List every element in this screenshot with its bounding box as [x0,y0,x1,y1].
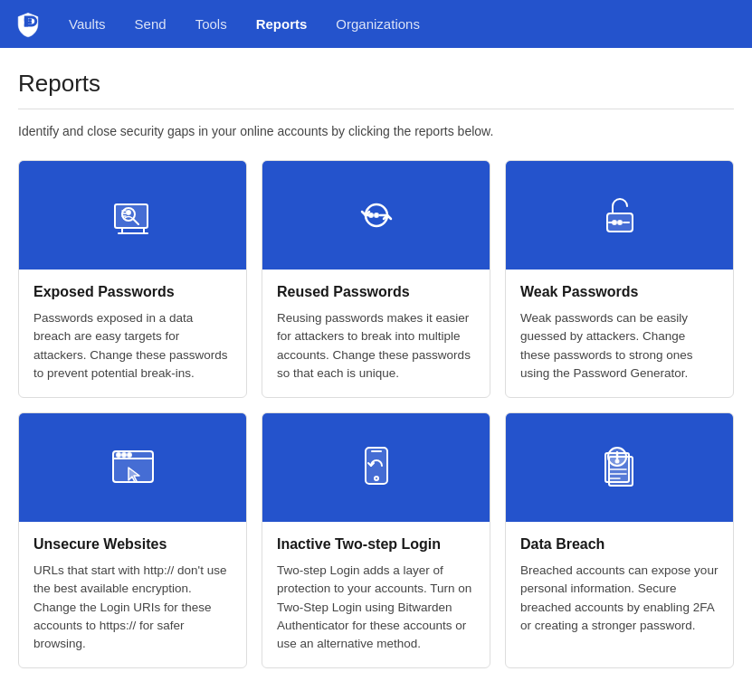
nav-item-send[interactable]: Send [122,11,179,37]
page-title: Reports [18,70,734,109]
nav-item-reports[interactable]: Reports [243,11,320,37]
nav-item-organizations[interactable]: Organizations [323,11,433,37]
svg-rect-1 [24,24,28,26]
inactive-two-step-title: Inactive Two-step Login [277,536,475,553]
weak-passwords-desc: Weak passwords can be easily guessed by … [520,309,719,383]
svg-rect-2 [28,18,32,21]
unsecure-websites-desc: URLs that start with http:// don't use t… [33,562,232,653]
exposed-passwords-icon-area [19,161,246,270]
exposed-passwords-desc: Passwords exposed in a data breach are e… [33,309,232,383]
weak-passwords-body: Weak PasswordsWeak passwords can be easi… [506,270,733,397]
card-weak-passwords[interactable]: Weak PasswordsWeak passwords can be easi… [505,160,734,398]
reports-page: Reports Identify and close security gaps… [0,48,752,700]
svg-point-35 [615,460,618,463]
card-data-breach[interactable]: Data BreachBreached accounts can expose … [505,412,734,668]
reused-passwords-body: Reused PasswordsReusing passwords makes … [262,270,490,397]
exposed-passwords-icon [97,179,169,251]
inactive-two-step-body: Inactive Two-step LoginTwo-step Login ad… [262,522,490,667]
unsecure-websites-icon [97,431,169,504]
nav-items: VaultsSendToolsReportsOrganizations [56,11,433,37]
card-reused-passwords[interactable]: Reused PasswordsReusing passwords makes … [262,160,490,398]
svg-rect-28 [366,448,387,484]
svg-point-15 [375,213,378,217]
data-breach-title: Data Breach [520,536,719,553]
unsecure-websites-body: Unsecure WebsitesURLs that start with ht… [19,522,246,667]
page-subtitle: Identify and close security gaps in your… [18,124,734,138]
unsecure-websites-title: Unsecure Websites [33,536,232,553]
inactive-two-step-icon-area [262,413,490,522]
weak-passwords-title: Weak Passwords [520,284,719,300]
svg-point-26 [122,453,126,457]
nav-item-vaults[interactable]: Vaults [56,11,119,37]
inactive-two-step-icon [340,431,413,504]
reused-passwords-icon-area [262,161,490,270]
data-breach-icon [584,431,656,504]
svg-rect-3 [28,21,32,24]
inactive-two-step-desc: Two-step Login adds a layer of protectio… [277,562,475,653]
svg-point-25 [117,453,120,457]
weak-passwords-icon [584,179,656,251]
svg-point-13 [127,211,130,214]
bitwarden-logo-icon [14,11,42,38]
card-unsecure-websites[interactable]: Unsecure WebsitesURLs that start with ht… [18,412,247,668]
weak-passwords-icon-area [506,161,733,270]
nav-item-tools[interactable]: Tools [183,11,240,37]
reused-passwords-icon [340,179,413,251]
reused-passwords-title: Reused Passwords [277,284,475,300]
exposed-passwords-title: Exposed Passwords [33,284,232,300]
data-breach-icon-area [506,413,733,522]
card-inactive-two-step[interactable]: Inactive Two-step LoginTwo-step Login ad… [262,412,490,668]
unsecure-websites-icon-area [19,413,246,522]
card-exposed-passwords[interactable]: Exposed PasswordsPasswords exposed in a … [18,160,247,398]
reused-passwords-desc: Reusing passwords makes it easier for at… [277,309,475,383]
data-breach-desc: Breached accounts can expose your person… [520,562,719,635]
reports-grid: Exposed PasswordsPasswords exposed in a … [18,160,734,668]
svg-rect-0 [24,18,28,21]
exposed-passwords-body: Exposed PasswordsPasswords exposed in a … [19,270,246,397]
svg-point-27 [128,453,131,457]
navigation: VaultsSendToolsReportsOrganizations [0,0,752,48]
svg-point-20 [618,221,622,224]
data-breach-body: Data BreachBreached accounts can expose … [506,522,733,649]
